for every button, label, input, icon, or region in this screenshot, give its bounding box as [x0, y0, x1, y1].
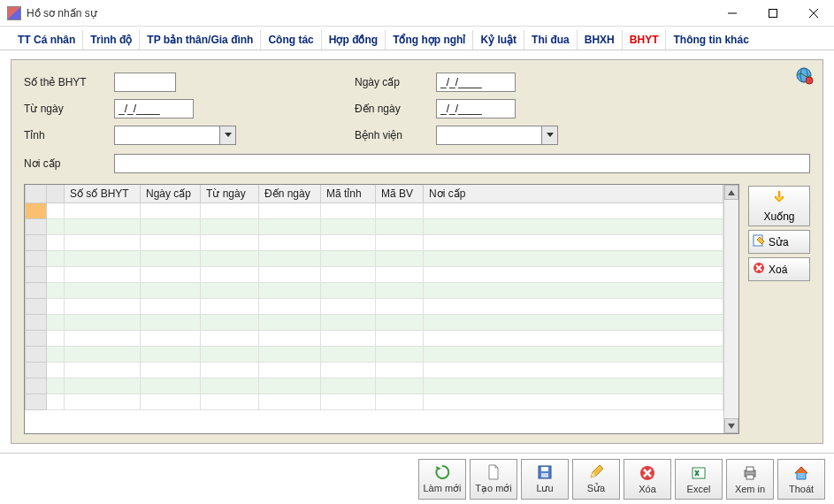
svg-rect-13: [692, 468, 705, 478]
maximize-button[interactable]: [753, 0, 793, 26]
excel-label: Excel: [687, 484, 711, 494]
tabs-bar: TT Cá nhânTrình độTP bản thân/Gia đìnhCô…: [0, 27, 834, 50]
benhvien-dropdown-icon[interactable]: [542, 126, 558, 145]
lammoi-label: Làm mới: [423, 483, 461, 494]
window-title: Hồ sơ nhấn sự: [27, 7, 712, 19]
table-row[interactable]: [26, 314, 723, 330]
scroll-track[interactable]: [724, 200, 738, 418]
col-header[interactable]: Từ ngày: [201, 185, 259, 202]
noicap-input[interactable]: [114, 154, 810, 173]
data-grid[interactable]: Số số BHYTNgày cấpTừ ngàyĐến ngàyMã tỉnh…: [25, 185, 723, 433]
tab-c-ng-t-c[interactable]: Công tác: [261, 30, 321, 50]
taomoi-button[interactable]: Tạo mới: [470, 459, 517, 500]
table-row[interactable]: [26, 378, 723, 393]
svg-rect-15: [746, 467, 754, 471]
table-row[interactable]: [26, 202, 723, 218]
table-row[interactable]: [26, 234, 723, 250]
tab-bhxh[interactable]: BHXH: [578, 30, 623, 50]
arrow-down-icon: [772, 190, 786, 207]
luu-label: Lưu: [536, 483, 553, 494]
xemin-button[interactable]: Xem in: [726, 459, 774, 500]
scroll-down-icon[interactable]: [724, 418, 738, 433]
xoa-button[interactable]: Xóa: [624, 459, 671, 500]
tungay-input[interactable]: [114, 99, 194, 118]
side-buttons: Xuống Sửa Xoá: [748, 184, 810, 434]
globe-icon[interactable]: [796, 67, 814, 85]
refresh-icon: [433, 463, 451, 481]
svg-rect-11: [541, 473, 548, 477]
scroll-up-icon[interactable]: [724, 185, 738, 200]
benhvien-label: Bệnh viện: [355, 129, 425, 141]
xoa-side-label: Xoá: [769, 263, 787, 276]
table-row[interactable]: [26, 346, 723, 362]
grid-wrap: Số số BHYTNgày cấpTừ ngàyĐến ngàyMã tỉnh…: [24, 184, 810, 434]
grid-scrollbar[interactable]: [723, 185, 738, 433]
xoa-side-button[interactable]: Xoá: [748, 257, 810, 281]
sua-button[interactable]: Sửa: [572, 459, 620, 500]
sua-side-button[interactable]: Sửa: [748, 230, 810, 254]
content-area: Số thẻ BHYT Ngày cấp Từ ngày Đến ngày Tỉ…: [0, 50, 834, 453]
col-header[interactable]: Đến ngày: [259, 185, 321, 202]
col-header[interactable]: Nơi cấp: [424, 185, 723, 202]
col-header[interactable]: Mã tỉnh: [321, 185, 376, 202]
table-row[interactable]: [26, 250, 723, 266]
col-header[interactable]: Số số BHYT: [65, 185, 141, 202]
luu-button[interactable]: Lưu: [521, 459, 569, 500]
pencil-icon: [587, 463, 605, 481]
table-row[interactable]: [26, 362, 723, 378]
benhvien-combo[interactable]: [436, 126, 666, 145]
col-header[interactable]: Ngày cấp: [141, 185, 201, 202]
home-icon: [792, 464, 810, 482]
svg-rect-1: [769, 9, 777, 17]
bottom-toolbar: Làm mới Tạo mới Lưu Sửa Xóa Excel Xem in…: [0, 453, 834, 504]
sua-label: Sửa: [587, 483, 605, 494]
tinh-input[interactable]: [114, 126, 220, 145]
tinh-combo[interactable]: [114, 126, 344, 145]
lammoi-button[interactable]: Làm mới: [418, 459, 466, 500]
edit-icon: [753, 234, 765, 249]
tab-tt-c-nh-n[interactable]: TT Cá nhân: [11, 30, 83, 50]
tab-t-ng-h-p-ngh-[interactable]: Tổng hợp nghỉ: [386, 30, 473, 50]
delete-x-icon: [639, 464, 656, 482]
ngaycap-label: Ngày cấp: [355, 76, 425, 88]
close-button[interactable]: [793, 0, 834, 26]
sothe-label: Số thẻ BHYT: [24, 76, 103, 88]
denngay-label: Đến ngày: [355, 103, 425, 115]
excel-button[interactable]: Excel: [675, 459, 723, 500]
tab-bhyt[interactable]: BHYT: [623, 30, 667, 50]
tab-thi-ua[interactable]: Thi đua: [524, 30, 578, 50]
tab-th-ng-tin-kh-c[interactable]: Thông tin khác: [666, 30, 755, 50]
svg-point-6: [806, 77, 813, 84]
new-file-icon: [485, 463, 502, 481]
tab-tr-nh-[interactable]: Trình độ: [83, 30, 140, 50]
benhvien-input[interactable]: [436, 126, 542, 145]
ngaycap-input[interactable]: [436, 73, 516, 92]
xuong-button[interactable]: Xuống: [748, 186, 810, 226]
tab-h-p-ng[interactable]: Hợp đồng: [322, 30, 386, 50]
print-preview-icon: [741, 464, 759, 482]
taomoi-label: Tạo mới: [475, 483, 512, 494]
table-row[interactable]: [26, 330, 723, 346]
table-row[interactable]: [26, 218, 723, 234]
tinh-label: Tỉnh: [24, 129, 103, 141]
thoat-label: Thoát: [789, 484, 814, 494]
svg-rect-10: [541, 467, 548, 471]
svg-rect-16: [746, 475, 754, 479]
table-row[interactable]: [26, 266, 723, 282]
tinh-dropdown-icon[interactable]: [220, 126, 236, 145]
denngay-input[interactable]: [436, 99, 516, 118]
table-row[interactable]: [26, 282, 723, 298]
save-icon: [536, 463, 554, 481]
noicap-label: Nơi cấp: [24, 157, 103, 170]
minimize-button[interactable]: [712, 0, 753, 26]
sothe-input[interactable]: [114, 73, 176, 92]
thoat-button[interactable]: Thoát: [777, 459, 825, 500]
table-row[interactable]: [26, 298, 723, 314]
xuong-label: Xuống: [763, 210, 794, 223]
table-row[interactable]: [26, 393, 723, 409]
tungay-label: Từ ngày: [24, 103, 103, 115]
tab-tp-b-n-th-n-gia-nh[interactable]: TP bản thân/Gia đình: [140, 30, 261, 50]
tab-k-lu-t[interactable]: Kỷ luật: [473, 30, 524, 50]
col-header[interactable]: Mã BV: [376, 185, 424, 202]
window-buttons: [712, 0, 834, 26]
